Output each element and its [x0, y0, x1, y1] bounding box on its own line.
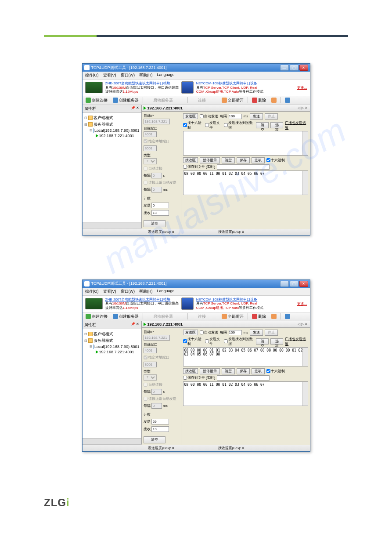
auto-send-chk[interactable]: 连接上后自动发送: [144, 396, 179, 401]
menu-view[interactable]: 查看(V): [103, 73, 116, 78]
auto-conn-chk[interactable]: 自动连接: [144, 166, 179, 171]
send-opts-button[interactable]: 选项: [270, 122, 283, 128]
tb-disconnect-all[interactable]: 全部断开: [220, 313, 245, 320]
bind-local-chk[interactable]: 指定本地端口: [144, 139, 179, 144]
tb-disconnect-all[interactable]: 全部断开: [220, 97, 245, 104]
save-path-input[interactable]: [217, 375, 270, 381]
interval2-input[interactable]: [151, 187, 162, 192]
menu-window[interactable]: 窗口(W): [121, 73, 135, 78]
recv-hex-chk[interactable]: 十六进制: [266, 158, 285, 163]
type-select[interactable]: TCP: [144, 374, 157, 381]
local-port-input[interactable]: [144, 145, 157, 151]
stop-button[interactable]: 停止: [265, 330, 278, 336]
target-ip-input[interactable]: [144, 119, 170, 124]
clear-count-button[interactable]: 清空: [144, 436, 165, 443]
send-button[interactable]: 发送: [250, 330, 263, 336]
tree-connection[interactable]: 192.168.7.221:4001: [83, 133, 140, 138]
maximize-button[interactable]: ▢: [290, 65, 298, 71]
pin-icon[interactable]: 📌 ✕: [131, 106, 139, 112]
scrollbar[interactable]: [302, 348, 308, 366]
send-textarea[interactable]: 08 00 00 00 01 01 02 03 04 05 06 07 08 0…: [183, 347, 308, 366]
stop-button[interactable]: 停止: [265, 113, 278, 120]
menu-window[interactable]: 窗口(W): [121, 289, 135, 294]
tree-local[interactable]: ⊟Local(192.168.7.90):8001: [83, 344, 140, 349]
connection-tree[interactable]: ⊟客户端模式 ⊟服务器模式 ⊟Local(192.168.7.90):8001 …: [83, 329, 141, 438]
recv-textarea[interactable]: 08 00 00 00 11 00 01 02 03 04 05 06 07: [183, 381, 308, 406]
scrollbar[interactable]: [302, 382, 308, 406]
target-port-input[interactable]: [144, 131, 157, 137]
tb-cascade[interactable]: [284, 97, 291, 103]
save-button[interactable]: 保存: [237, 368, 250, 374]
tree-client-mode[interactable]: ⊟客户端模式: [83, 331, 140, 337]
close-button[interactable]: ✕: [299, 65, 308, 71]
product-link-1[interactable]: ZNE-200T全功能型快速以太网转串口模块: [105, 297, 171, 301]
title-bar[interactable]: TCP&UDP测试工具 - [192.168.7.221:4001] — ▢ ✕: [83, 64, 310, 72]
tb-disconnect[interactable]: [210, 97, 218, 103]
tb-delete[interactable]: 删除: [251, 313, 267, 320]
tab-nav[interactable]: ◁ ▷ ✕: [298, 106, 308, 110]
target-ip-input[interactable]: [144, 335, 170, 341]
recv-opts-button[interactable]: 选项: [252, 368, 265, 374]
title-bar[interactable]: TCP&UDP测试工具 - [192.168.7.221:4001] — ▢ ✕: [83, 280, 310, 288]
pin-icon[interactable]: 📌 ✕: [131, 322, 139, 328]
clear-count-button[interactable]: 清空: [144, 220, 165, 227]
tree-server-mode[interactable]: ⊟服务器模式: [83, 337, 140, 344]
scrollbar[interactable]: [302, 131, 308, 155]
interval-input[interactable]: [151, 173, 162, 178]
tab-nav[interactable]: ◁ ▷ ✕: [298, 322, 308, 326]
tree-local[interactable]: ⊟Local(192.168.7.90):8001: [83, 128, 140, 133]
interval2-input[interactable]: [151, 403, 162, 409]
type-select[interactable]: TCP: [144, 158, 157, 164]
menu-help[interactable]: 帮助(H): [139, 289, 153, 294]
tb-start-server[interactable]: 启动服务器: [146, 313, 174, 320]
connection-tree[interactable]: ⊟客户端模式 ⊟服务器模式 ⊟Local(192.168.7.90):8001 …: [83, 113, 141, 222]
tab-connection[interactable]: 192.168.7.221:4001: [144, 322, 183, 326]
recv-clear-button[interactable]: 清空: [222, 368, 235, 374]
file-chk[interactable]: 发送文件: [205, 337, 222, 346]
send-clear-button[interactable]: 清空: [256, 338, 269, 345]
tb-stop-server[interactable]: [177, 97, 185, 103]
echo-chk[interactable]: 发送接收到的数据: [224, 120, 254, 130]
sidebar-scrollbar[interactable]: [83, 222, 141, 228]
menu-help[interactable]: 帮助(H): [139, 73, 153, 78]
tb-create-server[interactable]: 创建服务器: [111, 313, 140, 320]
more-link[interactable]: 更多...: [297, 85, 307, 90]
recv-textarea[interactable]: 08 00 00 00 11 00 01 02 03 04 05 06 07: [183, 170, 308, 195]
auto-send-chk[interactable]: 连接上后自动发送: [144, 180, 179, 185]
tb-connect[interactable]: 连接: [191, 313, 207, 320]
minimize-button[interactable]: —: [280, 281, 289, 287]
file-chk[interactable]: 发送文件: [205, 120, 222, 130]
menu-language[interactable]: Language: [157, 289, 175, 294]
send-interval-input[interactable]: [229, 330, 242, 335]
interval-input[interactable]: [151, 389, 162, 395]
auto-conn-chk[interactable]: 自动连接: [144, 382, 179, 387]
echo-chk[interactable]: 发送接收到的数据: [224, 337, 254, 346]
product-link-2[interactable]: NETCOM-10S标准型以太网转串口设备: [196, 81, 258, 85]
tb-create-server[interactable]: 创建服务器: [111, 97, 140, 104]
tb-refresh[interactable]: [270, 313, 278, 319]
send-textarea[interactable]: [183, 131, 308, 156]
tree-server-mode[interactable]: ⊟服务器模式: [83, 121, 140, 128]
menu-operate[interactable]: 操作(O): [85, 73, 99, 78]
menu-view[interactable]: 查看(V): [103, 289, 116, 294]
bind-local-chk[interactable]: 指定本地端口: [144, 355, 179, 360]
tb-refresh[interactable]: [270, 97, 278, 103]
save-path-input[interactable]: [217, 164, 270, 170]
save-button[interactable]: 保存: [237, 157, 250, 163]
tb-connect[interactable]: 连接: [191, 97, 207, 104]
tb-stop-server[interactable]: [177, 313, 185, 319]
send-interval-input[interactable]: [229, 114, 242, 119]
tb-create-conn[interactable]: 创建连接: [84, 313, 109, 320]
tb-start-server[interactable]: 启动服务器: [146, 97, 174, 104]
recv-hex-chk[interactable]: 十六进制: [266, 369, 285, 374]
product-link-1[interactable]: ZNE-200T全功能型快速以太网转串口模块: [105, 81, 171, 85]
menu-language[interactable]: Language: [157, 73, 175, 78]
minimize-button[interactable]: —: [280, 65, 289, 71]
scrollbar[interactable]: [302, 171, 308, 195]
hex-chk[interactable]: 按十六进制: [183, 120, 204, 130]
send-button[interactable]: 发送: [250, 113, 263, 120]
pause-button[interactable]: 暂停显示: [200, 368, 220, 374]
tb-delete[interactable]: 删除: [251, 97, 267, 104]
target-port-input[interactable]: [144, 348, 157, 353]
tree-connection[interactable]: 192.168.7.221:4001: [83, 349, 140, 355]
